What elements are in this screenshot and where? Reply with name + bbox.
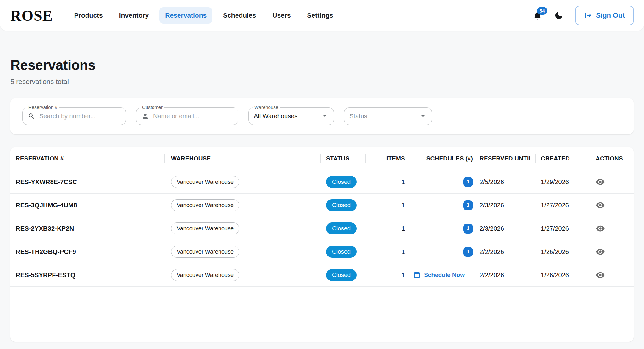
view-reservation-button[interactable]: [596, 247, 605, 256]
column-header-reserved-until[interactable]: RESERVED UNTIL: [475, 147, 536, 170]
view-eye-icon: [596, 177, 605, 187]
reservation-number-field[interactable]: Reservation #: [22, 107, 126, 125]
reserved-until-date: 2/5/2026: [480, 178, 504, 186]
page-subtitle: 5 reservations total: [10, 78, 634, 86]
status-badge: Closed: [326, 222, 357, 234]
warehouse-select[interactable]: Warehouse All Warehouses: [248, 107, 334, 125]
notifications-button[interactable]: 54: [533, 11, 542, 20]
view-eye-icon: [596, 270, 605, 280]
reservation-number-input[interactable]: [39, 112, 121, 120]
customer-input[interactable]: [153, 112, 233, 120]
status-badge: Closed: [326, 199, 357, 211]
reserved-until-date: 2/3/2026: [480, 225, 504, 232]
warehouse-chip: Vancouver Warehouse: [171, 269, 239, 281]
created-date: 1/26/2026: [541, 272, 569, 279]
status-badge: Closed: [326, 246, 357, 258]
nav-item-reservations[interactable]: Reservations: [159, 7, 212, 24]
customer-label: Customer: [140, 104, 164, 110]
items-count: 1: [402, 178, 405, 186]
table-row: RES-2YXB32-KP2N Vancouver Warehouse Clos…: [10, 217, 634, 240]
customer-field[interactable]: Customer: [136, 107, 238, 125]
warehouse-chip: Vancouver Warehouse: [171, 176, 239, 188]
filters-bar: Reservation # Customer Warehouse All War…: [10, 98, 634, 134]
table-row: RES-YXWR8E-7CSC Vancouver Warehouse Clos…: [10, 170, 634, 194]
table-body: RES-YXWR8E-7CSC Vancouver Warehouse Clos…: [10, 170, 634, 287]
main-content: Reservations 5 reservations total Reserv…: [0, 57, 644, 342]
chevron-down-icon: [321, 112, 329, 120]
logout-icon: [584, 12, 592, 19]
view-eye-icon: [596, 224, 605, 233]
table-row: RES-5SYRPF-ESTQ Vancouver Warehouse Clos…: [10, 263, 634, 287]
brand-logo[interactable]: ROSE: [10, 7, 53, 24]
sign-out-label: Sign Out: [596, 11, 625, 20]
page-title: Reservations: [10, 57, 634, 73]
person-icon: [142, 112, 149, 120]
search-icon: [28, 112, 35, 120]
reservation-id: RES-3QJHMG-4UM8: [16, 202, 77, 209]
status-badge: Closed: [326, 176, 357, 188]
warehouse-chip: Vancouver Warehouse: [171, 246, 239, 258]
calendar-icon: [413, 271, 421, 279]
nav-item-inventory[interactable]: Inventory: [114, 7, 155, 24]
schedule-now-label: Schedule Now: [424, 272, 465, 279]
chevron-down-icon: [419, 112, 427, 120]
view-eye-icon: [596, 247, 605, 256]
nav-item-schedules[interactable]: Schedules: [217, 7, 262, 24]
view-eye-icon: [596, 200, 605, 210]
header-actions: 54 Sign Out: [533, 6, 634, 25]
warehouse-selected-value: All Warehouses: [254, 113, 297, 120]
column-header-status[interactable]: STATUS: [321, 147, 366, 170]
schedules-count-badge: 1: [463, 247, 473, 257]
items-count: 1: [402, 272, 405, 279]
app-header: ROSE Products Inventory Reservations Sch…: [0, 0, 644, 31]
warehouse-chip: Vancouver Warehouse: [171, 222, 239, 234]
notification-count-badge: 54: [537, 7, 547, 15]
column-header-actions: ACTIONS: [590, 147, 634, 170]
status-placeholder: Status: [349, 113, 367, 120]
nav-item-products[interactable]: Products: [69, 7, 108, 24]
view-reservation-button[interactable]: [596, 270, 605, 280]
reservation-number-label: Reservation #: [26, 104, 59, 110]
reservation-id: RES-YXWR8E-7CSC: [16, 178, 77, 186]
nav-item-settings[interactable]: Settings: [302, 7, 339, 24]
view-reservation-button[interactable]: [596, 200, 605, 210]
status-badge: Closed: [326, 269, 357, 281]
schedules-count-badge: 1: [463, 177, 473, 187]
created-date: 1/27/2026: [541, 202, 569, 209]
schedules-count-badge: 1: [463, 224, 473, 234]
reserved-until-date: 2/2/2026: [480, 272, 504, 279]
reserved-until-date: 2/3/2026: [480, 202, 504, 209]
items-count: 1: [402, 225, 405, 232]
nav-item-users[interactable]: Users: [267, 7, 296, 24]
items-count: 1: [402, 248, 405, 256]
sign-out-button[interactable]: Sign Out: [575, 6, 634, 25]
view-reservation-button[interactable]: [596, 177, 605, 187]
view-reservation-button[interactable]: [596, 224, 605, 233]
reservation-id: RES-TH2GBQ-PCF9: [16, 248, 76, 256]
created-date: 1/27/2026: [541, 225, 569, 232]
schedules-count-badge: 1: [463, 200, 473, 210]
dark-mode-moon-icon: [554, 11, 564, 20]
warehouse-chip: Vancouver Warehouse: [171, 199, 239, 211]
column-header-schedules[interactable]: SCHEDULES (#): [409, 147, 475, 170]
column-header-reservation[interactable]: RESERVATION #: [10, 147, 165, 170]
created-date: 1/29/2026: [541, 178, 569, 186]
dark-mode-toggle[interactable]: [554, 11, 564, 20]
warehouse-label: Warehouse: [253, 104, 280, 110]
created-date: 1/26/2026: [541, 248, 569, 256]
items-count: 1: [402, 202, 405, 209]
table-header-row: RESERVATION # WAREHOUSE STATUS ITEMS SCH…: [10, 147, 634, 170]
column-header-items[interactable]: ITEMS: [366, 147, 409, 170]
table-row: RES-3QJHMG-4UM8 Vancouver Warehouse Clos…: [10, 194, 634, 217]
column-header-created[interactable]: CREATED: [536, 147, 590, 170]
reservations-table: RESERVATION # WAREHOUSE STATUS ITEMS SCH…: [10, 147, 634, 342]
main-nav: Products Inventory Reservations Schedule…: [69, 7, 339, 24]
column-header-warehouse[interactable]: WAREHOUSE: [165, 147, 321, 170]
schedule-now-link[interactable]: Schedule Now: [413, 271, 465, 279]
status-select[interactable]: Status: [344, 107, 432, 125]
reservation-id: RES-2YXB32-KP2N: [16, 225, 74, 232]
table-row: RES-TH2GBQ-PCF9 Vancouver Warehouse Clos…: [10, 240, 634, 263]
reservation-id: RES-5SYRPF-ESTQ: [16, 272, 75, 279]
reserved-until-date: 2/2/2026: [480, 248, 504, 256]
